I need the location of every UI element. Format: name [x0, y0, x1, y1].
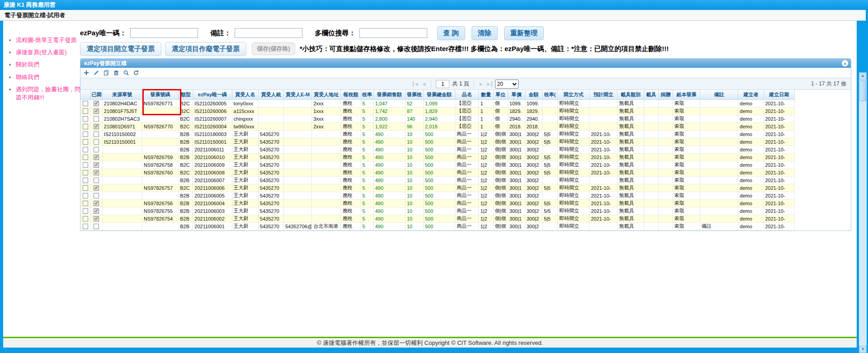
- issue-invoice-button[interactable]: 選定項目開立電子發票: [80, 42, 161, 56]
- cell-addr[interactable]: [312, 215, 341, 222]
- cell-item[interactable]: 【思亞: [455, 107, 479, 115]
- column-header-15[interactable]: 品名: [455, 90, 479, 99]
- cell-type[interactable]: B2B: [179, 215, 193, 222]
- cell-rate[interactable]: 5: [361, 107, 373, 115]
- cell-unit[interactable]: 個|個: [493, 222, 508, 230]
- cell-total[interactable]: 500: [424, 153, 455, 161]
- cell-issued[interactable]: [90, 192, 102, 199]
- cell-taxid[interactable]: [258, 115, 283, 122]
- column-header-25[interactable]: 捐贈: [658, 90, 673, 99]
- cell-taxid[interactable]: [258, 122, 283, 130]
- cell-donate[interactable]: [658, 184, 673, 192]
- sidebar-link[interactable]: 康捷首頁(登入畫面): [16, 49, 67, 56]
- cell-invoice[interactable]: NS97826770: [142, 122, 178, 130]
- cell-tax[interactable]: 10: [405, 192, 423, 199]
- cell-ezpay[interactable]: 20211006005: [193, 192, 232, 199]
- scroll-up-icon[interactable]: ▲: [859, 72, 867, 80]
- cell-sales[interactable]: 490: [373, 130, 405, 138]
- cell-creator[interactable]: demo: [738, 192, 764, 199]
- cell-qty[interactable]: 1|2: [479, 207, 493, 215]
- cell-method[interactable]: 即時開立: [557, 146, 589, 153]
- column-header-21[interactable]: 開立方式: [557, 90, 589, 99]
- cell-amount[interactable]: 300|2: [525, 161, 542, 169]
- cell-paper[interactable]: 索取: [673, 138, 700, 146]
- cell-taxid[interactable]: 5435270: [258, 146, 283, 153]
- cell-paper[interactable]: 索取: [673, 146, 700, 153]
- cell-amount[interactable]: 300|2: [525, 199, 542, 207]
- cell-carrier[interactable]: [644, 176, 658, 184]
- cell-planned[interactable]: 2021-10-: [590, 130, 618, 138]
- cell-carrier_type[interactable]: 無載具: [618, 153, 644, 161]
- cell-carrier_type[interactable]: 無載具: [618, 122, 644, 130]
- cell-method[interactable]: 即時開立: [557, 161, 589, 169]
- cell-unit[interactable]: 個|個: [493, 207, 508, 215]
- cell-price[interactable]: 2018.: [508, 122, 525, 130]
- cell-rates[interactable]: [542, 222, 557, 230]
- cell-unit[interactable]: 個|個: [493, 161, 508, 169]
- cell-ezpay[interactable]: IS2110260007: [193, 115, 232, 122]
- cell-addr[interactable]: [312, 176, 341, 184]
- cell-donate[interactable]: [658, 199, 673, 207]
- cell-planned[interactable]: [590, 176, 618, 184]
- cell-taxtype[interactable]: 應稅: [341, 176, 361, 184]
- cell-tax[interactable]: 10: [405, 169, 423, 176]
- column-header-14[interactable]: 發票總金額: [424, 90, 455, 99]
- cell-select[interactable]: [80, 115, 90, 122]
- cell-rates[interactable]: 5|5: [542, 130, 557, 138]
- cell-unit[interactable]: 個|個: [493, 215, 508, 222]
- cell-email[interactable]: [283, 184, 311, 192]
- cell-sales[interactable]: 490: [373, 169, 405, 176]
- row-checkbox[interactable]: [83, 101, 88, 106]
- cell-method[interactable]: 即時開立: [557, 169, 589, 176]
- cell-email[interactable]: 54352706@: [283, 222, 311, 230]
- cell-taxid[interactable]: 5435270: [258, 222, 283, 230]
- cell-note[interactable]: [700, 176, 738, 184]
- cell-rates[interactable]: 5/5: [542, 207, 557, 215]
- cell-price[interactable]: 300|1: [508, 161, 525, 169]
- row-checkbox[interactable]: [83, 116, 88, 122]
- cell-price[interactable]: 300|1: [508, 199, 525, 207]
- cell-planned[interactable]: 2021-10-: [590, 184, 618, 192]
- cell-item[interactable]: 商品一: [455, 215, 479, 222]
- sidebar-link[interactable]: 關於我們: [16, 61, 39, 68]
- page-size-select[interactable]: 20: [495, 80, 519, 89]
- cell-qty[interactable]: 1: [479, 107, 493, 115]
- cell-invoice[interactable]: [142, 138, 178, 146]
- cell-created[interactable]: 2021-10-: [764, 176, 795, 184]
- cell-rate[interactable]: 5: [361, 222, 373, 230]
- cell-email[interactable]: [283, 169, 311, 176]
- row-checkbox[interactable]: [83, 201, 88, 206]
- cell-carrier[interactable]: [644, 122, 658, 130]
- cell-email[interactable]: [283, 215, 311, 222]
- vertical-scrollbar[interactable]: ▲ ▼: [859, 72, 867, 353]
- cell-rates[interactable]: 5|5: [542, 169, 557, 176]
- cell-creator[interactable]: demo: [738, 130, 764, 138]
- cell-issued[interactable]: [90, 138, 102, 146]
- cell-type[interactable]: B2B: [179, 146, 193, 153]
- cell-taxid[interactable]: 5435270: [258, 138, 283, 146]
- row-checkbox[interactable]: [83, 178, 88, 183]
- row-checkbox[interactable]: [83, 147, 88, 152]
- cell-method[interactable]: 即時開立: [557, 130, 589, 138]
- edit-icon[interactable]: [93, 70, 99, 76]
- cell-carrier[interactable]: [644, 107, 658, 115]
- cell-rate[interactable]: 5: [361, 99, 373, 107]
- cell-total[interactable]: 500: [424, 215, 455, 222]
- column-header-10[interactable]: 報稅類: [341, 90, 361, 99]
- cell-donate[interactable]: [658, 215, 673, 222]
- cell-creator[interactable]: demo: [738, 115, 764, 122]
- cell-carrier_type[interactable]: 無載具: [618, 115, 644, 122]
- sidebar-link[interactable]: 流程圖-簡單王電子發票: [16, 37, 76, 43]
- cell-price[interactable]: 300|1: [508, 130, 525, 138]
- cell-planned[interactable]: 2021-10-: [590, 207, 618, 215]
- cell-total[interactable]: 2,018: [424, 122, 455, 130]
- cell-paper[interactable]: 索取: [673, 153, 700, 161]
- cell-amount[interactable]: 300|2: [525, 222, 542, 230]
- cell-select[interactable]: [80, 199, 90, 207]
- cell-item[interactable]: 商品一: [455, 130, 479, 138]
- cell-price[interactable]: 300|1: [508, 176, 525, 184]
- cell-sales[interactable]: 1,047: [373, 99, 405, 107]
- cell-item[interactable]: 商品一: [455, 207, 479, 215]
- cell-addr[interactable]: [312, 199, 341, 207]
- cell-donate[interactable]: [658, 153, 673, 161]
